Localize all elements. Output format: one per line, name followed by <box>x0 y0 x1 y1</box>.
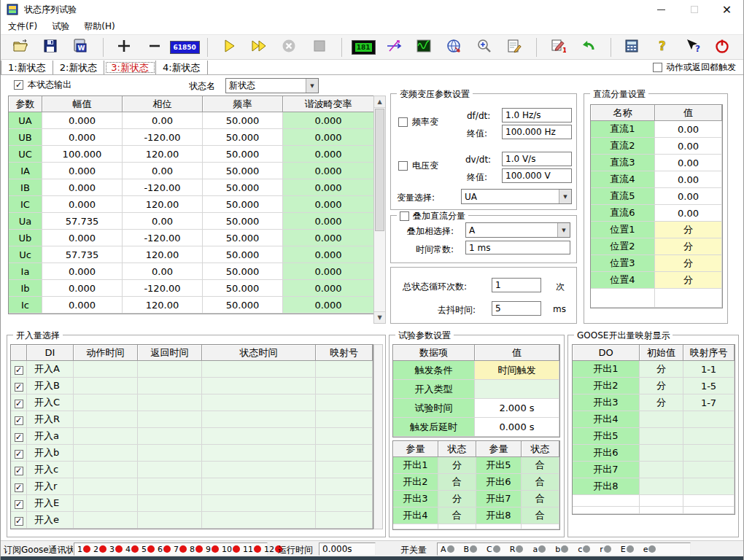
output-state-cell[interactable]: 合 <box>522 457 559 474</box>
phase-cell[interactable]: -120.00 <box>123 230 203 246</box>
amplitude-cell[interactable]: 0.000 <box>42 230 123 246</box>
di-checkbox[interactable] <box>15 433 23 442</box>
di-checkbox-cell[interactable] <box>11 361 27 378</box>
frequency-cell[interactable]: 50.000 <box>203 297 283 314</box>
amplitude-cell[interactable]: 57.735 <box>42 213 123 230</box>
goose-initial-cell[interactable] <box>640 462 683 478</box>
undo-button[interactable] <box>579 38 597 57</box>
context-help-button[interactable]: ? <box>683 38 701 57</box>
goose-map-cell[interactable]: 1-1 <box>683 361 735 378</box>
output-state-cell[interactable]: 合 <box>522 491 559 508</box>
output-state-cell[interactable]: 分 <box>438 491 476 508</box>
harmonic-cell[interactable]: 0.000 <box>283 246 374 263</box>
di-map-no-cell[interactable] <box>316 512 373 529</box>
variable-select-combo[interactable]: UA ▼ <box>461 189 572 204</box>
di-state-time-cell[interactable] <box>202 512 316 529</box>
di-checkbox[interactable] <box>15 450 23 459</box>
dc-value-cell[interactable]: 0.00 <box>655 138 722 155</box>
scrollbar-thumb[interactable] <box>375 109 384 231</box>
di-return-time-cell[interactable] <box>138 478 202 495</box>
report-button[interactable] <box>505 38 523 57</box>
di-action-time-cell[interactable] <box>74 512 138 529</box>
phase-cell[interactable]: 0.00 <box>123 213 203 230</box>
amplitude-cell[interactable]: 0.000 <box>42 263 123 280</box>
di-action-time-cell[interactable] <box>74 361 138 378</box>
time-const-input[interactable]: 1 ms <box>465 241 570 254</box>
scroll-down-icon[interactable]: ▼ <box>374 311 385 323</box>
harmonic-cell[interactable]: 0.000 <box>283 179 374 196</box>
di-map-no-cell[interactable] <box>316 495 373 512</box>
tab-state-1[interactable]: 1:新状态 <box>1 61 53 74</box>
amplitude-cell[interactable]: 0.000 <box>42 196 123 213</box>
phase-cell[interactable]: 120.00 <box>123 146 203 163</box>
dc-value-cell[interactable]: 0.00 <box>655 121 722 138</box>
amplitude-cell[interactable]: 57.735 <box>42 246 123 263</box>
harmonic-cell[interactable]: 0.000 <box>283 230 374 246</box>
volt-ramp-checkbox[interactable] <box>398 161 408 171</box>
phase-cell[interactable]: -120.00 <box>123 129 203 146</box>
di-checkbox-cell[interactable] <box>11 378 27 394</box>
harmonic-cell[interactable]: 0.000 <box>283 297 374 314</box>
tab-state-3[interactable]: 3:新状态 <box>104 61 156 74</box>
close-button[interactable]: ✕ <box>710 0 743 19</box>
freq-ramp-checkbox[interactable] <box>398 117 408 127</box>
goose-map-cell[interactable]: 1-5 <box>683 378 735 394</box>
phase-cell[interactable]: 120.00 <box>123 246 203 263</box>
di-map-no-cell[interactable] <box>316 361 373 378</box>
di-action-time-cell[interactable] <box>74 495 138 512</box>
edit-page-button[interactable]: 1 <box>549 38 567 57</box>
di-return-time-cell[interactable] <box>138 512 202 529</box>
di-action-time-cell[interactable] <box>74 428 138 445</box>
export-word-button[interactable]: W <box>71 38 90 57</box>
di-return-time-cell[interactable] <box>138 378 202 394</box>
goose-initial-cell[interactable] <box>640 445 683 462</box>
di-return-time-cell[interactable] <box>138 411 202 428</box>
output-state-cell[interactable]: 合 <box>438 508 476 524</box>
goose-initial-cell[interactable] <box>640 478 683 495</box>
amplitude-cell[interactable]: 0.000 <box>42 179 123 196</box>
harmonic-cell[interactable]: 0.000 <box>283 196 374 213</box>
goose-initial-cell[interactable]: 分 <box>640 394 683 411</box>
di-action-time-cell[interactable] <box>74 445 138 462</box>
vector-diagram-button[interactable] <box>384 38 403 57</box>
dc-value-cell[interactable]: 0.00 <box>655 171 722 188</box>
tab-state-2[interactable]: 2:新状态 <box>53 61 105 74</box>
di-checkbox-cell[interactable] <box>11 478 27 495</box>
volt-final-input[interactable]: 100.000 V <box>502 168 572 183</box>
amplitude-cell[interactable]: 0.000 <box>42 129 123 146</box>
phase-cell[interactable]: 120.00 <box>123 297 203 314</box>
di-checkbox-cell[interactable] <box>11 445 27 462</box>
trigger-mode-checkbox[interactable] <box>653 63 662 72</box>
di-checkbox-cell[interactable] <box>11 428 27 445</box>
start-sequence-button[interactable] <box>249 38 268 57</box>
analog-table-scrollbar[interactable]: ▲ ▼ <box>373 96 386 324</box>
goose-map-cell[interactable]: 1-7 <box>683 394 735 411</box>
di-map-no-cell[interactable] <box>316 394 373 411</box>
harmonic-cell[interactable]: 0.000 <box>283 280 374 297</box>
menu-item-0[interactable]: 文件(F) <box>1 19 44 34</box>
goose-map-cell[interactable] <box>683 478 735 495</box>
harmonic-setting-button[interactable] <box>445 38 463 57</box>
exit-button[interactable] <box>713 38 732 57</box>
dc-value-cell[interactable]: 0.00 <box>655 188 722 205</box>
harmonic-cell[interactable]: 0.000 <box>283 263 374 280</box>
di-map-no-cell[interactable] <box>316 462 373 478</box>
save-button[interactable] <box>41 38 59 57</box>
output-state-cell[interactable]: 分 <box>438 457 476 474</box>
di-return-time-cell[interactable] <box>138 428 202 445</box>
tab-state-4[interactable]: 4:新状态 <box>156 61 208 74</box>
di-state-time-cell[interactable] <box>202 495 316 512</box>
output-state-cell[interactable]: 合 <box>522 508 559 524</box>
goose-map-cell[interactable] <box>683 411 735 428</box>
dc-superpose-checkbox[interactable] <box>400 211 409 221</box>
di-state-time-cell[interactable] <box>202 378 316 394</box>
chevron-down-icon[interactable]: ▼ <box>557 223 570 237</box>
waveform-monitor-button[interactable] <box>414 38 433 57</box>
di-map-no-cell[interactable] <box>316 478 373 495</box>
dc-value-cell[interactable]: 分 <box>655 255 722 272</box>
di-checkbox[interactable] <box>15 383 23 392</box>
harmonic-cell[interactable]: 0.000 <box>283 213 374 230</box>
goose-map-cell[interactable] <box>683 445 735 462</box>
param-value-cell[interactable]: 0.000 s <box>475 418 559 437</box>
goose-map-cell[interactable] <box>683 428 735 445</box>
